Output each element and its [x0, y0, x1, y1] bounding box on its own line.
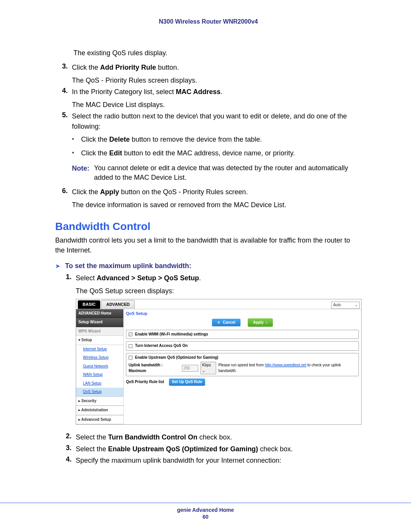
doc-header: N300 Wireless Router WNR2000v4: [55, 18, 362, 25]
tab-basic[interactable]: BASIC: [78, 300, 100, 309]
uplink-bandwidth-input[interactable]: 256: [182, 365, 198, 372]
auto-refresh-select[interactable]: Auto⌄: [331, 302, 360, 309]
step-6-num: 6.: [62, 187, 72, 210]
checkbox-enable-upstream[interactable]: [129, 356, 132, 359]
nav-advanced-setup[interactable]: ▸ Advanced Setup: [76, 415, 123, 425]
section-heading-bandwidth: Bandwidth Control: [55, 220, 362, 233]
sidebar-nav: ADVANCED Home Setup Wizard WPS Wizard ▾ …: [76, 309, 124, 425]
label-enable-upstream: Enable Upstream QoS (Optimized for Gamin…: [135, 355, 218, 359]
nav-qos-setup[interactable]: QoS Setup: [76, 388, 123, 396]
label-turn-qos-on: Turn Internet Access QoS On: [135, 343, 188, 348]
speedtest-note: Please run speed test from http://www.sp…: [218, 363, 356, 374]
checkbox-turn-qos-on[interactable]: [129, 344, 132, 348]
nav-administration[interactable]: ▸ Administration: [76, 406, 123, 415]
nav-setup[interactable]: ▾ Setup: [76, 335, 123, 345]
t-step3-body: Select the Enable Upstream QoS (Optimize…: [76, 444, 362, 454]
footer-title: genie Advanced Home: [0, 507, 411, 513]
apply-button[interactable]: Apply: [248, 318, 272, 327]
task-title: To set the maximum uplink bandwidth:: [65, 262, 191, 270]
cancel-button[interactable]: Cancel: [212, 319, 241, 327]
panel-title: QoS Setup: [126, 311, 359, 317]
chevron-down-icon: ⌄: [355, 302, 358, 308]
step-4-body: In the Priority Category list, select MA…: [72, 87, 362, 110]
t-step1-num: 1.: [66, 273, 76, 431]
intro-pre: The existing QoS rules display.: [73, 48, 362, 58]
step-4-num: 4.: [62, 87, 72, 110]
nav-guest-network[interactable]: Guest Network: [76, 362, 123, 371]
nav-internet-setup[interactable]: Internet Setup: [76, 345, 123, 354]
setup-qos-rule-button[interactable]: Set Up QoS Rule: [169, 379, 205, 386]
nav-advanced-home[interactable]: ADVANCED Home: [76, 309, 123, 318]
step-3-body: Click the Add Priority Rule button. The …: [72, 62, 362, 85]
rule-list-label: QoS Priority Rule list: [126, 380, 164, 384]
footer-page-number: 60: [0, 514, 411, 520]
t-step1-body: Select Advanced > Setup > QoS Setup. The…: [76, 273, 362, 431]
page-footer: genie Advanced Home 60: [0, 503, 411, 520]
bullet-icon: •: [72, 148, 81, 158]
checkbox-enable-wmm[interactable]: [129, 332, 132, 336]
section-intro: Bandwidth control lets you set a limit t…: [55, 236, 362, 255]
step-5-body: Select the radio button next to the devi…: [72, 111, 362, 185]
nav-lan-setup[interactable]: LAN Setup: [76, 379, 123, 388]
t-step4-body: Specify the maximum uplink bandwidth for…: [76, 455, 362, 465]
step-5-num: 5.: [62, 111, 72, 185]
nav-security[interactable]: ▸ Security: [76, 396, 123, 406]
speedtest-link[interactable]: http://www.speedtest.net: [265, 363, 306, 367]
nav-wan-setup[interactable]: WAN Setup: [76, 371, 123, 379]
label-enable-wmm: Enable WMM (Wi-Fi multimedia) settings: [135, 332, 208, 336]
note-body: You cannot delete or edit a device that …: [94, 163, 362, 182]
t-step3-num: 3.: [66, 444, 76, 454]
uplink-unit-select[interactable]: Kbps ⌄: [201, 362, 216, 374]
step-6-body: Click the Apply button on the QoS - Prio…: [72, 187, 362, 210]
nav-wireless-setup[interactable]: Wireless Setup: [76, 353, 123, 362]
tab-advanced[interactable]: ADVANCED: [101, 300, 135, 309]
nav-setup-wizard[interactable]: Setup Wizard: [76, 318, 123, 327]
bullet-icon: •: [72, 134, 81, 144]
step-3-num: 3.: [62, 62, 72, 85]
note-label: Note:: [72, 163, 94, 182]
t-step2-num: 2.: [66, 432, 76, 442]
uplink-label: Uplink bandwidth : Maximum: [129, 363, 180, 374]
qos-setup-screenshot: BASIC ADVANCED Auto⌄ ADVANCED Home Setup…: [76, 299, 362, 425]
nav-wps-wizard[interactable]: WPS Wizard: [76, 327, 123, 336]
t-step4-num: 4.: [66, 455, 76, 465]
task-arrow-icon: ➤: [55, 262, 65, 270]
t-step2-body: Select the Turn Bandwidth Control On che…: [76, 432, 362, 442]
